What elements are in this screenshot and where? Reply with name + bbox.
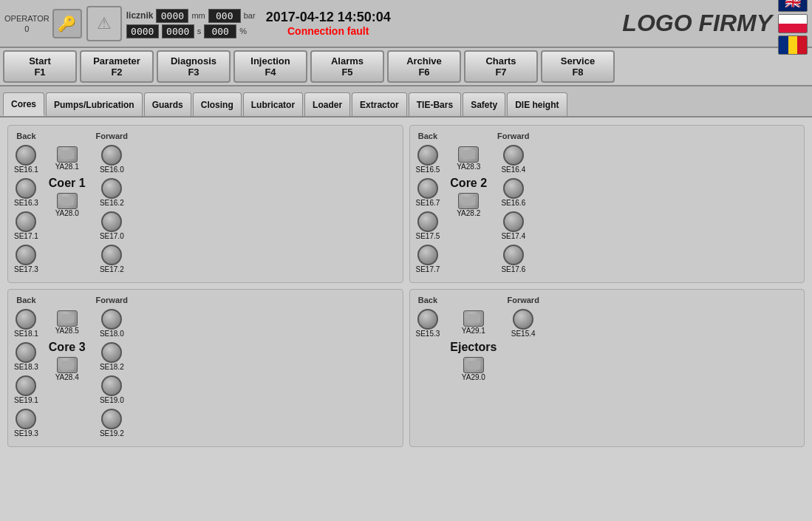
core1-se172-ball	[101, 245, 122, 265]
tab-guards[interactable]: Guards	[144, 92, 191, 116]
lcd2: 000	[208, 9, 241, 23]
core2-title: Core 2	[443, 177, 494, 190]
flags: 🇬🇧	[778, 0, 808, 55]
core3-se193: SE19.3	[14, 409, 38, 437]
core2-back-label: Back	[418, 132, 437, 140]
lcd4: 0000	[162, 24, 194, 38]
ejectors-se154: SE15.4	[511, 309, 536, 338]
tab-loader[interactable]: Loader	[304, 92, 350, 116]
core1-se160: SE16.0	[100, 145, 124, 174]
logo-text: LOGO FIRMY	[622, 10, 772, 37]
core1-se162: SE16.2	[100, 178, 124, 207]
top-bar: OPERATOR 0 🔑 ⚠ licznik 0000 mm 000 bar 0…	[0, 0, 812, 48]
lcd5: 000	[204, 24, 236, 38]
core1-se172: SE17.2	[100, 245, 124, 273]
core2-panel: Back SE16.5 SE16.7 SE17.5	[409, 125, 805, 283]
nav-injection[interactable]: InjectionF4	[233, 50, 307, 83]
tab-cores[interactable]: Cores	[3, 92, 44, 116]
operator-label: OPERATOR	[4, 14, 50, 23]
core1-se162-ball	[101, 178, 122, 199]
ejectors-panel: Back SE15.3 YA29.1 Ejectors YA29.0	[409, 289, 805, 447]
core1-title: Coer 1	[41, 177, 93, 190]
ejectors-ya290: YA29.0	[462, 357, 485, 381]
core2-se175: SE17.5	[416, 211, 440, 240]
lcd3: 0000	[126, 24, 159, 38]
core1-se170-ball	[101, 211, 122, 232]
operator-value: 0	[24, 24, 29, 33]
unit-pct: %	[239, 27, 247, 35]
core3-ya285: YA28.5	[55, 310, 79, 335]
tab-extractor[interactable]: Extractor	[352, 92, 407, 116]
core2-fwd-label: Forward	[497, 132, 529, 140]
core1-ya280: YA28.0	[55, 193, 79, 217]
datetime-display: 2017-04-12 14:50:04	[266, 10, 391, 25]
nav-start[interactable]: StartF1	[3, 50, 77, 83]
core3-fwd-col: Forward SE18.0 SE18.2 SE19.0	[96, 296, 128, 440]
nav-archive[interactable]: ArchiveF6	[387, 50, 461, 83]
cores-main: Back SE16.1 SE16.3 SE17.1	[7, 125, 805, 447]
tab-dieheight[interactable]: DIE height	[507, 92, 567, 116]
unit-mm: mm	[191, 11, 205, 20]
logo-section: LOGO FIRMY 🇬🇧	[622, 0, 808, 55]
nav-alarms[interactable]: AlarmsF5	[310, 50, 384, 83]
nav-diagnosis[interactable]: DiagnosisF3	[157, 50, 231, 83]
core1-se161: SE16.1	[14, 145, 38, 174]
tab-bar: Cores Pumps/Lubrication Guards Closing L…	[0, 86, 812, 118]
unit-bar: bar	[244, 11, 256, 20]
core1-fwd-col: Forward SE16.0 SE16.2 SE17.0	[96, 132, 128, 276]
core1-se161-ball	[16, 145, 36, 166]
tab-tiebars[interactable]: TIE-Bars	[409, 92, 461, 116]
tab-pumps[interactable]: Pumps/Lubrication	[46, 92, 143, 116]
flag-pl[interactable]	[778, 14, 808, 33]
core1-ya280-valve	[57, 193, 78, 209]
nav-service[interactable]: ServiceF8	[541, 50, 615, 83]
warning-icon: ⚠	[86, 6, 122, 41]
datetime-section: 2017-04-12 14:50:04 Connection fault	[266, 10, 391, 37]
core1-back-label: Back	[16, 132, 35, 140]
core2-se164: SE16.4	[501, 145, 525, 174]
core3-back-label: Back	[16, 296, 35, 304]
ejectors-back-col: Back SE15.3	[416, 296, 440, 341]
nav-parameter[interactable]: ParameterF2	[80, 50, 154, 83]
core3-se190: SE19.0	[100, 375, 124, 404]
ejectors-ya291: YA29.1	[462, 310, 485, 335]
core2-se174: SE17.4	[501, 211, 525, 240]
core2-se167: SE16.7	[416, 178, 440, 207]
core2-ya283: YA28.3	[457, 146, 480, 171]
core1-se160-ball	[101, 145, 122, 166]
core2-back-col: Back SE16.5 SE16.7 SE17.5	[416, 132, 440, 276]
ejectors-back-label: Back	[418, 296, 437, 304]
core3-fwd-label: Forward	[96, 296, 128, 304]
core1-fwd-label: Forward	[96, 132, 128, 140]
flag-ro[interactable]	[778, 35, 808, 55]
core3-se181: SE18.1	[14, 309, 38, 338]
core2-se177: SE17.7	[416, 245, 440, 273]
core1-panel: Back SE16.1 SE16.3 SE17.1	[7, 125, 403, 283]
core3-se182: SE18.2	[100, 342, 124, 371]
core3-se191: SE19.1	[14, 375, 38, 404]
core2-se176: SE17.6	[501, 245, 525, 273]
core1-se171: SE17.1	[14, 211, 38, 240]
nav-charts[interactable]: ChartsF7	[464, 50, 538, 83]
tab-safety[interactable]: Safety	[463, 92, 505, 116]
core3-title: Core 3	[41, 341, 93, 354]
main-content: Back SE16.1 SE16.3 SE17.1	[0, 118, 812, 521]
core2-fwd-col: Forward SE16.4 SE16.6 SE17.4	[497, 132, 529, 276]
core1-se173: SE17.3	[14, 245, 38, 273]
core2-ya282: YA28.2	[457, 193, 480, 217]
core3-back-col: Back SE18.1 SE18.3 SE19.1	[14, 296, 38, 440]
core3-se192: SE19.2	[100, 409, 124, 437]
ejectors-fwd-label: Forward	[507, 296, 539, 304]
connection-fault: Connection fault	[287, 25, 369, 37]
key-icon: 🔑	[52, 9, 82, 38]
ejectors-se153: SE15.3	[416, 309, 440, 338]
tab-lubricator[interactable]: Lubricator	[243, 92, 303, 116]
core2-se166: SE16.6	[501, 178, 525, 207]
core1-se170: SE17.0	[100, 211, 124, 240]
tab-closing[interactable]: Closing	[193, 92, 242, 116]
flag-uk[interactable]: 🇬🇧	[778, 0, 808, 12]
core2-se165: SE16.5	[416, 145, 440, 174]
core1-se163: SE16.3	[14, 178, 38, 207]
lcd1: 0000	[156, 9, 188, 23]
core3-se180: SE18.0	[100, 309, 124, 338]
